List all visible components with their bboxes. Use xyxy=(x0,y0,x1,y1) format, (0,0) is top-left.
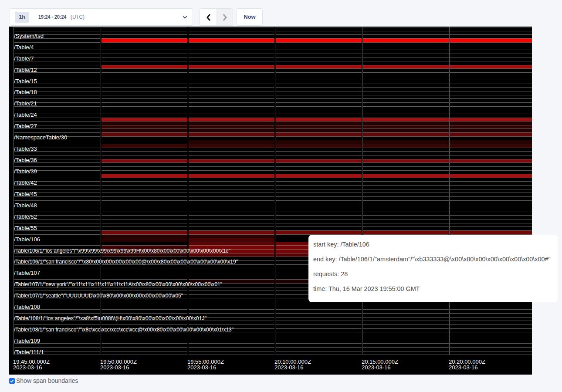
svg-text:/Table/106/1/"san francisco"/": /Table/106/1/"san francisco"/"\x80\x00\x… xyxy=(14,258,238,265)
svg-text:/Table/33: /Table/33 xyxy=(14,145,37,152)
svg-text:2023-03-16: 2023-03-16 xyxy=(274,364,304,371)
svg-text:/Table/107: /Table/107 xyxy=(14,270,40,276)
svg-text:/Table/106: /Table/106 xyxy=(14,236,40,243)
svg-text:/Table/107/1/"new york"/"\x11\: /Table/107/1/"new york"/"\x11\x11\x11\x1… xyxy=(14,281,222,287)
svg-text:/Table/108/1/"los angeles"/"\x: /Table/108/1/"los angeles"/"\xa8\xf5\u00… xyxy=(14,315,207,321)
svg-text:2023-03-16: 2023-03-16 xyxy=(100,364,129,371)
svg-text:/System/tsd: /System/tsd xyxy=(14,33,44,39)
svg-text:/Table/27: /Table/27 xyxy=(14,123,37,129)
svg-text:/Table/45: /Table/45 xyxy=(14,191,37,197)
svg-text:/Table/36: /Table/36 xyxy=(14,157,37,163)
svg-text:/Table/111/1: /Table/111/1 xyxy=(14,349,44,355)
svg-text:/Table/39: /Table/39 xyxy=(14,168,37,175)
svg-text:2023-03-16: 2023-03-16 xyxy=(362,364,391,371)
svg-text:2023-03-16: 2023-03-16 xyxy=(187,364,217,371)
svg-text:/Table/42: /Table/42 xyxy=(14,179,37,186)
svg-text:/NamespaceTable/30: /NamespaceTable/30 xyxy=(14,134,67,141)
svg-text:/Table/106/1/"los angeles"/"\x: /Table/106/1/"los angeles"/"\x99\x99\x99… xyxy=(14,247,230,254)
svg-text:/Table/52: /Table/52 xyxy=(14,213,37,220)
svg-text:/Table/21: /Table/21 xyxy=(14,100,37,107)
svg-text:/Table/55: /Table/55 xyxy=(14,225,37,231)
svg-text:/Table/24: /Table/24 xyxy=(14,112,37,118)
svg-text:/Table/108/1/"san francisco"/": /Table/108/1/"san francisco"/"\x8c\xcc\x… xyxy=(14,326,234,333)
svg-text:/Table/12: /Table/12 xyxy=(14,67,37,73)
svg-text:/Table/4: /Table/4 xyxy=(14,44,34,51)
svg-text:2023-03-16: 2023-03-16 xyxy=(449,364,478,371)
svg-text:/Table/109: /Table/109 xyxy=(14,338,40,344)
svg-text:/Table/108: /Table/108 xyxy=(14,304,40,310)
svg-text:/Table/15: /Table/15 xyxy=(14,78,37,84)
svg-text:/Table/107/1/"seattle"/"UUUUUU: /Table/107/1/"seattle"/"UUUUUUD\x00\x80\… xyxy=(14,292,183,299)
svg-text:/Table/18: /Table/18 xyxy=(14,89,37,95)
svg-text:/Table/7: /Table/7 xyxy=(14,55,34,62)
svg-text:2023-03-16: 2023-03-16 xyxy=(13,364,42,371)
svg-text:/Table/48: /Table/48 xyxy=(14,202,37,209)
